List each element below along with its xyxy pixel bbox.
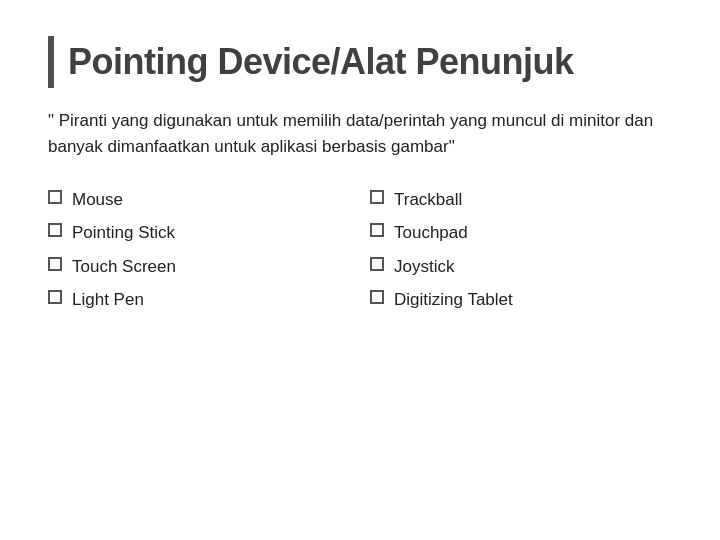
bullet-label: Mouse [72,187,123,213]
list-item: Joystick [370,250,672,284]
list-item: Light Pen [48,283,350,317]
bullet-list: MouseTrackballPointing StickTouchpadTouc… [48,183,672,317]
title-accent [48,36,54,88]
checkbox-icon [48,257,62,271]
list-item: Touchpad [370,216,672,250]
intro-text: " Piranti yang digunakan untuk memilih d… [48,108,672,161]
checkbox-icon [370,223,384,237]
bullet-label: Joystick [394,254,454,280]
checkbox-icon [370,290,384,304]
bullet-label: Touchpad [394,220,468,246]
bullet-label: Touch Screen [72,254,176,280]
list-item: Mouse [48,183,350,217]
bullet-label: Digitizing Tablet [394,287,513,313]
checkbox-icon [48,290,62,304]
bullet-label: Trackball [394,187,462,213]
list-item: Trackball [370,183,672,217]
list-item: Pointing Stick [48,216,350,250]
slide-title: Pointing Device/Alat Penunjuk [68,41,574,82]
checkbox-icon [48,190,62,204]
checkbox-icon [370,257,384,271]
bullet-label: Light Pen [72,287,144,313]
list-item: Digitizing Tablet [370,283,672,317]
checkbox-icon [48,223,62,237]
checkbox-icon [370,190,384,204]
slide: Pointing Device/Alat Penunjuk " Piranti … [0,0,720,540]
list-item: Touch Screen [48,250,350,284]
title-bar: Pointing Device/Alat Penunjuk [48,36,672,88]
bullet-label: Pointing Stick [72,220,175,246]
